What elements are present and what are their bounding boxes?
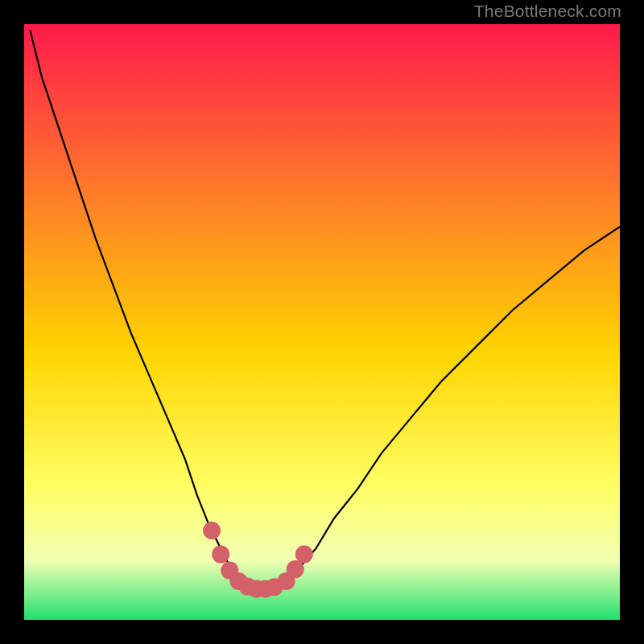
chart-frame (16, 16, 628, 628)
highlight-dot (212, 546, 229, 564)
highlight-dot (203, 522, 221, 539)
gradient-bg (24, 24, 620, 620)
plot-area (24, 24, 620, 620)
watermark-text: TheBottleneck.com (474, 2, 621, 21)
highlight-dot (295, 546, 313, 564)
chart-svg (24, 24, 620, 620)
highlight-dot (287, 560, 304, 578)
